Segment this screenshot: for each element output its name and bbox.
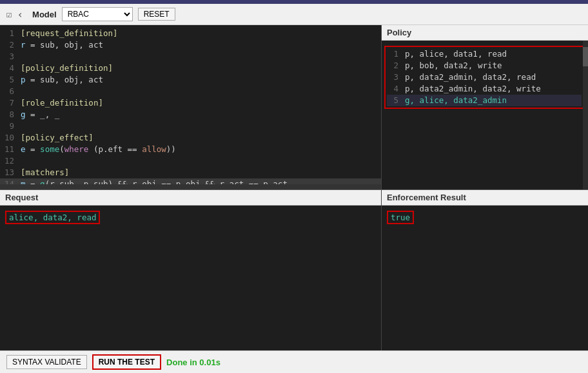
editor-area: 1 [request_definition] 2 r = sub, obj, a… [0,25,588,189]
toolbar: ☑ ‹ Model RBAC Basic RBAC with resource … [0,4,588,25]
code-line-9: 9 [0,120,381,132]
run-test-button[interactable]: RUN THE TEST [92,354,161,370]
done-text: Done in 0.01s [166,358,220,367]
policy-line-2: 2 p, bob, data2, write [387,60,582,72]
policy-header: Policy [382,25,588,41]
code-line-8: 8 g = _, _ [0,109,381,120]
code-line-4: 4 [policy_definition] [0,62,381,74]
code-line-11: 11 e = some(where (p.eft == allow)) [0,144,381,155]
syntax-validate-button[interactable]: SYNTAX VALIDATE [6,355,87,369]
code-line-6: 6 [0,86,381,97]
code-line-10: 10 [policy_effect] [0,132,381,144]
model-code-editor[interactable]: 1 [request_definition] 2 r = sub, obj, a… [0,25,381,184]
request-content[interactable]: alice, data2, read [0,206,381,350]
h-scrollbar-model[interactable] [0,184,381,189]
request-header: Request [0,190,381,206]
model-editor-panel: 1 [request_definition] 2 r = sub, obj, a… [0,25,382,189]
code-line-3: 3 [0,51,381,62]
code-line-1: 1 [request_definition] [0,28,381,39]
policy-red-outline: 1 p, alice, data1, read 2 p, bob, data2,… [384,46,584,109]
v-scrollbar-policy[interactable] [583,41,588,189]
policy-editor-panel: Policy 1 p, alice, data1, read 2 p, bob,… [382,25,588,189]
collapse-icon[interactable]: ‹ [17,8,23,21]
reset-button[interactable]: RESET [138,8,175,21]
code-line-2: 2 r = sub, obj, act [0,39,381,51]
code-line-13: 13 [matchers] [0,167,381,178]
policy-line-5: 5 g, alice, data2_admin [387,95,582,106]
policy-line-1: 1 p, alice, data1, read [387,48,582,60]
request-value[interactable]: alice, data2, read [5,211,100,224]
bottom-section: Request alice, data2, read Enforcement R… [0,189,588,350]
enforcement-result-value: true [387,211,414,224]
request-panel: Request alice, data2, read [0,190,382,350]
model-label: Model [32,10,57,19]
enforcement-header: Enforcement Result [382,190,588,206]
policy-line-3: 3 p, data2_admin, data2, read [387,72,582,83]
sidebar-checkbox[interactable]: ☑ [6,9,12,19]
policy-line-4: 4 p, data2_admin, data2, write [387,83,582,95]
enforcement-content[interactable]: true [382,206,588,350]
code-line-14: 14 m = g(r.sub, p.sub) && r.obj == p.obj… [0,178,381,184]
model-select[interactable]: RBAC Basic RBAC with resource roles ABAC… [62,7,133,21]
footer: SYNTAX VALIDATE RUN THE TEST Done in 0.0… [0,350,588,373]
policy-code-editor[interactable]: 1 p, alice, data1, read 2 p, bob, data2,… [382,41,588,189]
v-scroll-thumb-policy [583,47,588,66]
enforcement-panel: Enforcement Result true [382,190,588,350]
code-line-7: 7 [role_definition] [0,97,381,109]
code-line-12: 12 [0,155,381,167]
code-line-5: 5 p = sub, obj, act [0,74,381,86]
